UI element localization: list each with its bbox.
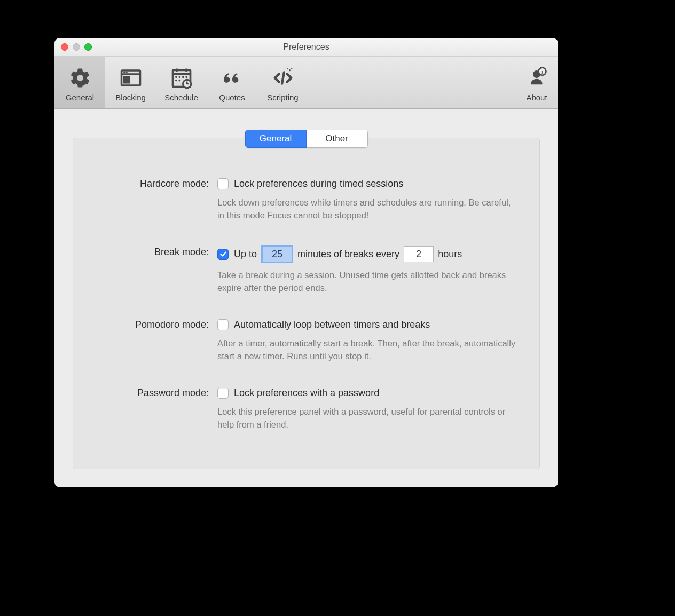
tab-scripting[interactable]: Scripting	[257, 57, 308, 108]
password-label: Password mode:	[89, 386, 217, 400]
gear-icon	[69, 66, 91, 90]
break-prefix: Up to	[234, 247, 257, 261]
segmented-control: General Other	[245, 130, 368, 148]
svg-point-3	[123, 72, 125, 73]
pomodoro-checkbox[interactable]	[217, 319, 229, 330]
break-checkbox[interactable]	[217, 249, 229, 260]
tab-quotes-label: Quotes	[219, 93, 245, 102]
tab-general[interactable]: General	[54, 57, 105, 108]
segment-general[interactable]: General	[245, 130, 307, 148]
password-checkbox-label: Lock preferences with a password	[234, 386, 379, 400]
svg-point-14	[178, 80, 180, 82]
row-break: Break mode: Up to minutes of breaks ever…	[89, 245, 523, 294]
tab-about[interactable]: i About	[515, 57, 558, 108]
hardcore-desc: Lock down preferences while timers and s…	[217, 196, 516, 222]
tab-about-label: About	[526, 93, 547, 102]
svg-point-10	[178, 76, 180, 78]
svg-rect-2	[123, 76, 130, 84]
tab-general-label: General	[66, 93, 94, 102]
quotes-icon	[221, 66, 244, 90]
svg-point-9	[175, 76, 177, 78]
break-minutes-input[interactable]	[261, 245, 293, 263]
close-button[interactable]	[61, 43, 68, 51]
row-pomodoro: Pomodoro mode: Automatically loop betwee…	[89, 318, 523, 362]
hardcore-checkbox[interactable]	[217, 178, 229, 189]
svg-point-21	[287, 68, 288, 69]
scripting-icon	[271, 66, 295, 90]
password-desc: Lock this preference panel with a passwo…	[217, 405, 516, 431]
hardcore-checkbox-label: Lock preferences during timed sessions	[234, 177, 403, 191]
blocking-icon	[120, 66, 142, 90]
minimize-button[interactable]	[73, 43, 80, 51]
break-hours-input[interactable]	[404, 246, 434, 262]
about-icon: i	[525, 66, 548, 90]
break-label: Break mode:	[89, 245, 217, 259]
preferences-window: Preferences General Blocking Schedule	[54, 38, 558, 487]
settings-rows: Hardcore mode: Lock preferences during t…	[89, 170, 523, 431]
tab-schedule-label: Schedule	[164, 93, 198, 102]
svg-text:i: i	[541, 69, 543, 75]
row-password: Password mode: Lock preferences with a p…	[89, 386, 523, 431]
svg-line-18	[282, 72, 284, 83]
pomodoro-label: Pomodoro mode:	[89, 318, 217, 331]
tab-scripting-label: Scripting	[267, 93, 298, 102]
window-title: Preferences	[283, 42, 329, 52]
tab-blocking-label: Blocking	[115, 93, 146, 102]
segment-other[interactable]: Other	[307, 130, 368, 148]
svg-point-4	[125, 72, 127, 73]
svg-point-11	[182, 76, 184, 78]
svg-point-20	[291, 68, 292, 69]
break-desc: Take a break during a session. Unused ti…	[217, 268, 516, 294]
schedule-icon	[170, 66, 193, 90]
password-checkbox[interactable]	[217, 388, 229, 399]
break-suffix: hours	[438, 247, 462, 261]
svg-point-13	[175, 80, 177, 82]
tab-schedule[interactable]: Schedule	[156, 57, 207, 108]
tab-quotes[interactable]: Quotes	[207, 57, 257, 108]
tab-blocking[interactable]: Blocking	[105, 57, 156, 108]
zoom-button[interactable]	[84, 43, 92, 51]
svg-point-19	[288, 69, 290, 71]
break-mid: minutes of breaks every	[297, 247, 399, 261]
pomodoro-checkbox-label: Automatically loop between timers and br…	[234, 318, 430, 331]
content-panel: General Other Hardcore mode: Lock prefer…	[73, 138, 540, 469]
traffic-lights	[61, 43, 92, 51]
svg-point-12	[185, 76, 187, 78]
row-hardcore: Hardcore mode: Lock preferences during t…	[89, 177, 523, 222]
titlebar: Preferences	[54, 38, 558, 57]
pomodoro-desc: After a timer, automatically start a bre…	[217, 337, 516, 362]
toolbar: General Blocking Schedule Quotes Scripti	[54, 57, 558, 109]
hardcore-label: Hardcore mode:	[89, 177, 217, 191]
